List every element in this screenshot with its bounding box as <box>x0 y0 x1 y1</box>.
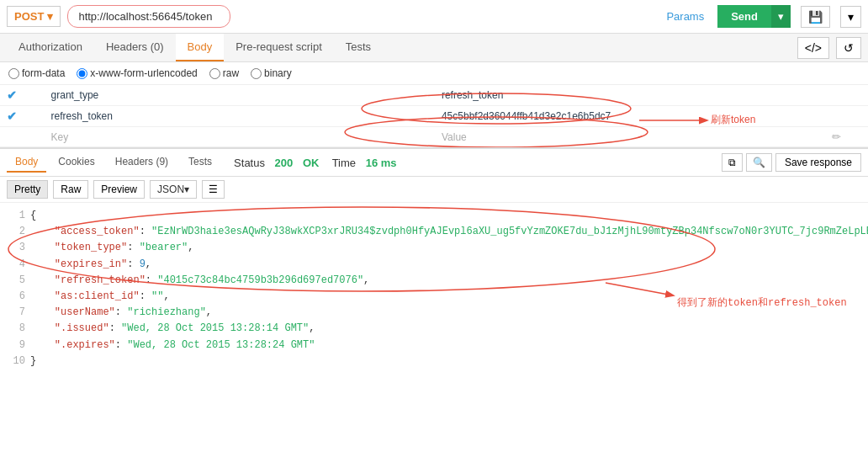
line-number: 10 <box>7 354 25 370</box>
method-label: POST <box>14 10 44 23</box>
status-text: OK <box>303 157 320 169</box>
method-dropdown-icon: ▾ <box>47 10 53 23</box>
json-line: 1{ <box>7 208 861 224</box>
send-dropdown-button[interactable]: ▾ <box>771 5 791 28</box>
wrap-icon-button[interactable]: ☰ <box>202 180 225 199</box>
json-line: 4 "expires_in": 9, <box>7 257 861 273</box>
response-annotation-text: 得到了新的token和refresh_token <box>677 295 847 311</box>
json-lines: 1{2 "access_token": "EzNrWD3haie3esAQwRy… <box>7 208 861 370</box>
top-bar: POST ▾ Params Send ▾ 💾 ▾ <box>0 0 868 34</box>
resp-tab-tests[interactable]: Tests <box>180 152 220 173</box>
resp-tab-headers[interactable]: Headers (9) <box>107 152 177 173</box>
json-toolbar: Pretty Raw Preview JSON ▾ ☰ <box>0 177 868 203</box>
format-dropdown-icon: ▾ <box>184 183 189 195</box>
line-number: 7 <box>7 305 25 321</box>
more-options-button[interactable]: ▾ <box>840 6 861 28</box>
body-type-bar: form-data x-www-form-urlencoded raw bina… <box>0 62 868 85</box>
time-label: Time <box>332 157 356 169</box>
resp-right-buttons: ⧉ 🔍 Save response <box>722 153 861 172</box>
format-label: JSON <box>157 183 184 195</box>
tab-tests[interactable]: Tests <box>334 34 383 61</box>
line-number: 9 <box>7 338 25 354</box>
param-checkbox[interactable]: ✔ <box>7 109 17 123</box>
value-placeholder: Value <box>435 127 825 147</box>
refresh-icon-button[interactable]: ↺ <box>836 37 861 59</box>
key-placeholder[interactable]: Key <box>45 127 435 147</box>
pencil-icon: ✏ <box>832 130 841 143</box>
url-input[interactable] <box>67 5 230 28</box>
search-icon-button[interactable]: 🔍 <box>746 153 772 172</box>
response-area: Body Cookies Headers (9) Tests Status 20… <box>0 147 868 375</box>
radio-form-data[interactable]: form-data <box>8 67 65 79</box>
time-value: 16 ms <box>366 157 397 169</box>
json-line: 8 ".issued": "Wed, 28 Oct 2015 13:28:14 … <box>7 321 861 337</box>
url-wrapper <box>67 5 653 28</box>
line-number: 8 <box>7 321 25 337</box>
params-section: ✔ grant_type refresh_token ✔ refresh_tok… <box>0 85 868 147</box>
radio-binary[interactable]: binary <box>251 67 292 79</box>
view-raw-button[interactable]: Raw <box>53 180 88 199</box>
tab-pre-request-script[interactable]: Pre-request script <box>224 34 334 61</box>
save-icon-button[interactable]: 💾 <box>801 6 830 28</box>
line-number: 2 <box>7 224 25 240</box>
code-icon-button[interactable]: </> <box>797 37 829 59</box>
copy-icon-button[interactable]: ⧉ <box>722 153 743 172</box>
tab-right-icons: </> ↺ <box>794 37 861 59</box>
json-display: 1{2 "access_token": "EzNrWD3haie3esAQwRy… <box>0 203 868 375</box>
status-code: 200 <box>275 157 294 169</box>
params-button[interactable]: Params <box>659 7 711 26</box>
resp-tab-body[interactable]: Body <box>7 152 46 173</box>
view-preview-button[interactable]: Preview <box>93 180 145 199</box>
send-button[interactable]: Send <box>717 5 771 28</box>
tab-authorization[interactable]: Authorization <box>7 34 94 61</box>
tab-body[interactable]: Body <box>176 34 225 61</box>
radio-raw[interactable]: raw <box>209 67 239 79</box>
param-key[interactable]: refresh_token <box>45 106 435 127</box>
line-number: 1 <box>7 208 25 224</box>
tab-headers[interactable]: Headers (0) <box>94 34 176 61</box>
json-line: 9 ".expires": "Wed, 28 Oct 2015 13:28:24… <box>7 338 861 354</box>
table-row: ✔ grant_type refresh_token <box>0 85 868 106</box>
save-response-button[interactable]: Save response <box>775 153 861 172</box>
view-pretty-button[interactable]: Pretty <box>7 180 48 199</box>
line-number: 3 <box>7 240 25 256</box>
request-tabs: Authorization Headers (0) Body Pre-reque… <box>0 34 868 62</box>
refresh-token-annotation: 刷新token <box>711 113 755 127</box>
line-number: 6 <box>7 289 25 305</box>
method-select[interactable]: POST ▾ <box>7 6 61 27</box>
json-line: 3 "token_type": "bearer", <box>7 240 861 256</box>
line-number: 4 <box>7 257 25 273</box>
json-line: 2 "access_token": "EzNrWD3haie3esAQwRyJ3… <box>7 224 861 240</box>
param-value[interactable]: refresh_token <box>435 85 825 106</box>
line-number: 5 <box>7 273 25 289</box>
format-dropdown[interactable]: JSON ▾ <box>150 180 197 199</box>
send-group: Send ▾ <box>717 5 791 28</box>
response-tabs-bar: Body Cookies Headers (9) Tests Status 20… <box>0 149 868 177</box>
param-key[interactable]: grant_type <box>45 85 435 106</box>
status-label: Status <box>234 157 265 169</box>
param-value[interactable]: 45c5bbf2d36044ffb41d3e2c1e6b5dc7 <box>435 106 825 127</box>
param-checkbox[interactable]: ✔ <box>7 88 17 102</box>
radio-urlencoded[interactable]: x-www-form-urlencoded <box>77 67 197 79</box>
resp-tab-cookies[interactable]: Cookies <box>50 152 103 173</box>
new-param-row: Key Value ✏ <box>0 127 868 147</box>
json-line: 10} <box>7 354 861 370</box>
json-line: 5 "refresh_token": "4015c73c84bc4759b3b2… <box>7 273 861 289</box>
